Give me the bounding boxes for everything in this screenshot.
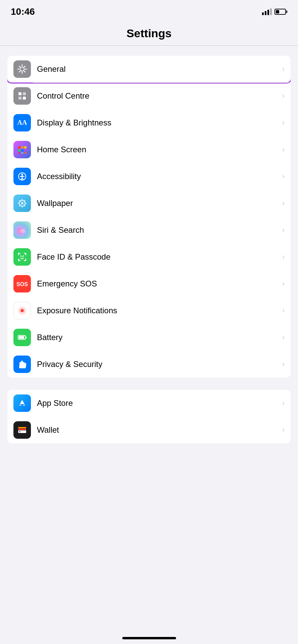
- wallpaper-icon: [13, 195, 31, 212]
- display-chevron: ›: [282, 118, 285, 127]
- exposure-label: Exposure Notifications: [37, 306, 280, 315]
- page-header: Settings: [0, 20, 298, 46]
- general-label: General: [37, 64, 280, 74]
- home-screen-chevron: ›: [282, 145, 285, 154]
- svg-text:AA: AA: [17, 119, 27, 126]
- settings-item-privacy[interactable]: Privacy & Security ›: [7, 351, 291, 378]
- svg-rect-68: [18, 427, 26, 428]
- wallpaper-chevron: ›: [282, 199, 285, 208]
- display-icon: AA: [13, 114, 31, 131]
- svg-point-0: [20, 67, 24, 71]
- accessibility-label: Accessibility: [37, 172, 280, 181]
- faceid-chevron: ›: [282, 253, 285, 261]
- settings-item-faceid[interactable]: Face ID & Passcode ›: [7, 244, 291, 270]
- emergency-sos-chevron: ›: [282, 279, 285, 288]
- battery-status-icon: [274, 9, 287, 15]
- svg-rect-61: [26, 337, 27, 338]
- settings-item-wallpaper[interactable]: Wallpaper ›: [7, 190, 291, 217]
- svg-rect-10: [23, 92, 26, 95]
- svg-rect-19: [24, 149, 27, 152]
- svg-rect-22: [24, 152, 27, 154]
- battery-chevron: ›: [282, 333, 285, 342]
- svg-line-7: [24, 66, 25, 67]
- accessibility-icon: [13, 168, 31, 185]
- wallet-label: Wallet: [37, 425, 280, 435]
- app-store-icon: [13, 394, 31, 412]
- settings-item-emergency-sos[interactable]: SOS Emergency SOS ›: [7, 270, 291, 297]
- settings-item-battery[interactable]: Battery ›: [7, 324, 291, 351]
- svg-point-41: [20, 228, 25, 231]
- siri-icon: [13, 221, 31, 239]
- exposure-chevron: ›: [282, 306, 285, 315]
- faceid-icon: [13, 248, 31, 266]
- svg-rect-15: [21, 146, 24, 149]
- control-centre-label: Control Centre: [37, 91, 280, 101]
- svg-rect-21: [21, 152, 24, 154]
- app-store-chevron: ›: [282, 399, 285, 408]
- exposure-icon: [13, 302, 31, 319]
- display-label: Display & Brightness: [37, 118, 280, 127]
- settings-item-control-centre[interactable]: Control Centre ›: [7, 83, 291, 109]
- settings-item-app-store[interactable]: App Store ›: [7, 390, 291, 417]
- svg-line-28: [22, 178, 23, 180]
- wallpaper-label: Wallpaper: [37, 199, 280, 208]
- settings-item-home-screen[interactable]: Home Screen ›: [7, 136, 291, 163]
- home-screen-label: Home Screen: [37, 145, 280, 154]
- status-icons: [262, 8, 287, 15]
- svg-rect-66: [19, 365, 26, 368]
- svg-rect-17: [18, 149, 20, 152]
- status-time: 10:46: [11, 6, 35, 17]
- home-indicator: [122, 637, 176, 639]
- app-store-label: App Store: [37, 398, 280, 408]
- svg-rect-12: [23, 97, 26, 100]
- settings-item-accessibility[interactable]: Accessibility ›: [7, 163, 291, 190]
- control-centre-icon: [13, 87, 31, 105]
- svg-rect-11: [18, 97, 22, 100]
- svg-point-55: [20, 309, 24, 312]
- signal-icon: [262, 8, 272, 15]
- svg-rect-16: [24, 146, 27, 149]
- privacy-chevron: ›: [282, 360, 285, 369]
- svg-rect-18: [21, 149, 24, 152]
- faceid-label: Face ID & Passcode: [37, 252, 280, 262]
- siri-label: Siri & Search: [37, 225, 280, 235]
- settings-item-exposure[interactable]: Exposure Notifications ›: [7, 297, 291, 324]
- svg-text:SOS: SOS: [16, 281, 28, 287]
- page-title: Settings: [126, 27, 171, 40]
- emergency-sos-label: Emergency SOS: [37, 279, 280, 288]
- settings-group-1: General › Control Centre › AA Display & …: [7, 56, 291, 378]
- wallet-icon: [13, 421, 31, 439]
- settings-item-wallet[interactable]: Wallet ›: [7, 417, 291, 443]
- privacy-icon: [13, 356, 31, 373]
- svg-line-8: [19, 71, 20, 72]
- svg-rect-43: [18, 253, 19, 255]
- privacy-label: Privacy & Security: [37, 360, 280, 369]
- general-icon: [13, 60, 31, 78]
- svg-rect-71: [19, 431, 20, 432]
- settings-group-2: App Store › Wallet ›: [7, 390, 291, 443]
- svg-line-6: [24, 71, 25, 72]
- svg-line-5: [19, 66, 20, 67]
- svg-rect-45: [26, 253, 27, 255]
- svg-rect-20: [18, 152, 20, 154]
- settings-item-display[interactable]: AA Display & Brightness ›: [7, 109, 291, 136]
- siri-chevron: ›: [282, 226, 285, 234]
- battery-icon: [13, 329, 31, 346]
- wallet-chevron: ›: [282, 426, 285, 434]
- svg-rect-14: [18, 146, 20, 149]
- settings-item-siri[interactable]: Siri & Search ›: [7, 217, 291, 244]
- general-chevron: ›: [282, 65, 285, 73]
- svg-rect-62: [21, 361, 23, 365]
- home-screen-icon: [13, 141, 31, 158]
- svg-rect-49: [26, 259, 27, 261]
- settings-item-general[interactable]: General ›: [7, 56, 291, 83]
- svg-point-30: [21, 202, 24, 205]
- svg-rect-47: [18, 259, 19, 261]
- accessibility-chevron: ›: [282, 172, 285, 181]
- status-bar: 10:46: [0, 0, 298, 20]
- svg-rect-9: [18, 92, 22, 95]
- control-centre-chevron: ›: [282, 92, 285, 100]
- svg-rect-69: [18, 429, 26, 430]
- battery-label: Battery: [37, 333, 280, 342]
- svg-rect-60: [19, 336, 24, 339]
